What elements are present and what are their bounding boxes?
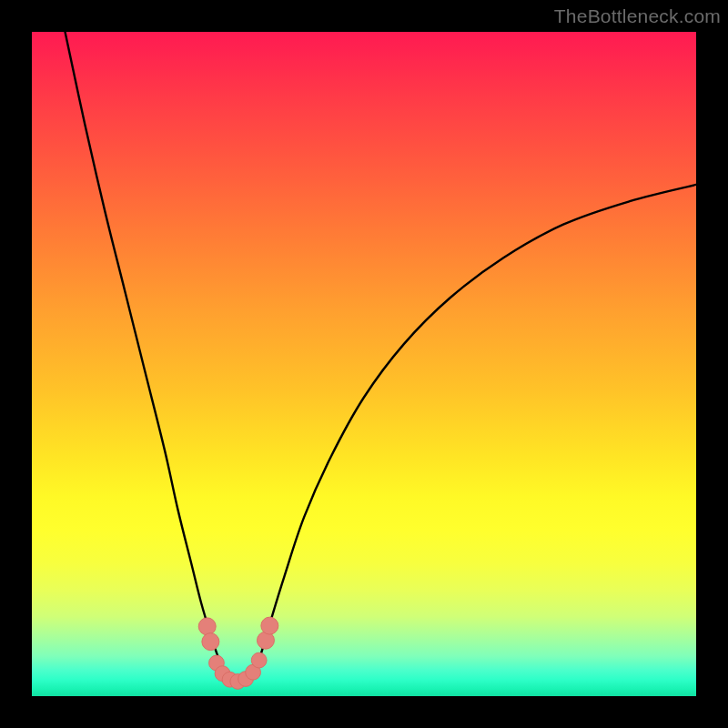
watermark-text: TheBottleneck.com [554, 5, 721, 27]
trough-markers [198, 617, 278, 689]
curve-svg [32, 32, 696, 696]
trough-marker [202, 633, 219, 651]
chart-frame: TheBottleneck.com [0, 0, 728, 728]
trough-marker [261, 617, 278, 634]
bottleneck-curve [66, 32, 697, 682]
plot-area [32, 32, 696, 696]
trough-marker [198, 618, 216, 635]
trough-marker [251, 652, 267, 668]
